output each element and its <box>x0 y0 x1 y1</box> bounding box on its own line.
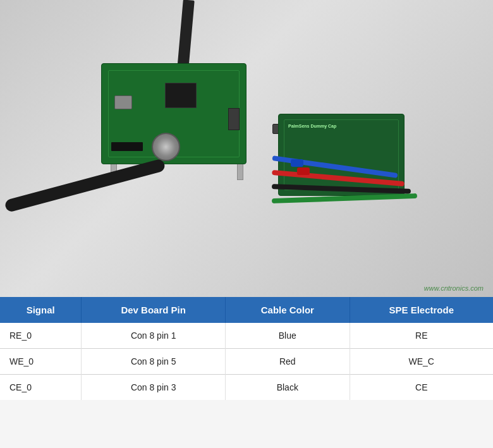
table-header-row: Signal Dev Board Pin Cable Color SPE Ele… <box>0 297 493 323</box>
spe-board-label: PalmSens Dummy Cap <box>288 124 336 128</box>
col-signal: Signal <box>0 297 82 323</box>
product-image: PalmSens Dummy Cap www.cntronics.com <box>0 0 493 297</box>
table-row: WE_0Con 8 pin 5RedWE_C <box>0 349 493 375</box>
pcb-scene: PalmSens Dummy Cap www.cntronics.com <box>0 0 493 297</box>
usb-cable <box>177 0 195 70</box>
col-spe-electrode: SPE Electrode <box>350 297 493 323</box>
circular-connector <box>152 133 180 161</box>
red-clip <box>297 167 310 175</box>
col-dev-board-pin: Dev Board Pin <box>82 297 226 323</box>
main-container: PalmSens Dummy Cap www.cntronics.com Sig… <box>0 0 493 448</box>
watermark: www.cntronics.com <box>424 284 484 292</box>
cell-cable_color: Blue <box>226 323 350 349</box>
table-row: RE_0Con 8 pin 1BlueRE <box>0 323 493 349</box>
cell-dev_board_pin: Con 8 pin 5 <box>82 349 226 375</box>
col-cable-color: Cable Color <box>226 297 350 323</box>
cell-signal: WE_0 <box>0 349 82 375</box>
small-connector <box>228 108 240 130</box>
table-row: CE_0Con 8 pin 3BlackCE <box>0 375 493 401</box>
ethernet-port <box>114 95 132 109</box>
main-cable <box>4 158 166 213</box>
cell-cable_color: Black <box>226 375 350 401</box>
connection-table: Signal Dev Board Pin Cable Color SPE Ele… <box>0 297 493 448</box>
connector-row <box>111 142 143 151</box>
cell-spe_electrode: CE <box>350 375 493 401</box>
cell-spe_electrode: WE_C <box>350 349 493 375</box>
main-chip <box>165 83 197 108</box>
cell-signal: CE_0 <box>0 375 82 401</box>
cell-signal: RE_0 <box>0 323 82 349</box>
blue-clip <box>291 159 303 167</box>
cell-cable_color: Red <box>226 349 350 375</box>
signal-table: Signal Dev Board Pin Cable Color SPE Ele… <box>0 297 493 400</box>
cell-dev_board_pin: Con 8 pin 1 <box>82 323 226 349</box>
cell-dev_board_pin: Con 8 pin 3 <box>82 375 226 401</box>
cell-spe_electrode: RE <box>350 323 493 349</box>
